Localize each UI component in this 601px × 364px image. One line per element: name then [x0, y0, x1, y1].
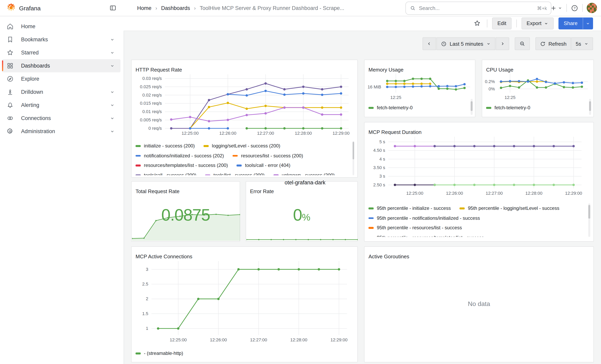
svg-text:0.005 req/s: 0.005 req/s: [140, 118, 162, 122]
sidebar-item-label: Explore: [21, 76, 39, 82]
help-button[interactable]: ?: [571, 4, 578, 12]
question-icon: ?: [571, 4, 578, 12]
time-shift-back-button[interactable]: [422, 37, 436, 50]
add-new-button[interactable]: [550, 5, 562, 11]
legend-item[interactable]: fetch-telemetry-0: [369, 105, 413, 111]
svg-text:12:28:00: 12:28:00: [295, 131, 312, 136]
legend-scrollbar[interactable]: [352, 142, 354, 159]
time-controls: Last 5 minutes Refresh 5s: [422, 37, 593, 50]
legend-item[interactable]: tools/call - success (200): [136, 172, 196, 176]
share-button[interactable]: Share: [559, 17, 583, 29]
panel-title[interactable]: MCP Active Connections: [136, 254, 192, 259]
breadcrumb-separator: ›: [194, 5, 196, 11]
sidebar-item-bookmarks[interactable]: Bookmarks: [0, 33, 124, 46]
legend-item[interactable]: resources/list - success (200): [233, 153, 303, 158]
gear-icon: [6, 128, 14, 135]
sidebar-item-administration[interactable]: Administration: [0, 125, 124, 138]
svg-text:3 s: 3 s: [379, 174, 385, 179]
legend-item[interactable]: tools/call - error (404): [237, 163, 290, 168]
sidebar-item-label: Bookmarks: [21, 37, 48, 42]
svg-text:1: 1: [146, 326, 148, 331]
user-avatar[interactable]: [587, 3, 597, 13]
legend-label: initialize - success (200): [144, 143, 195, 149]
panel-title[interactable]: Memory Usage: [369, 67, 403, 73]
panel-title[interactable]: HTTP Request Rate: [136, 67, 182, 73]
legend-scrollbar[interactable]: [588, 205, 590, 218]
sidebar-item-alerting[interactable]: Alerting: [0, 98, 124, 112]
panel-title[interactable]: CPU Usage: [486, 67, 513, 73]
time-shift-forward-button[interactable]: [495, 37, 509, 50]
top-header: Grafana Home › Dashboards › ToolHive MCP…: [0, 0, 601, 16]
sidebar-item-dashboards[interactable]: Dashboards: [2, 59, 120, 72]
legend-label: fetch-telemetry-0: [494, 105, 530, 111]
memory-usage-chart[interactable]: 16 MiB12:25: [364, 70, 475, 103]
breadcrumb-home[interactable]: Home: [137, 5, 151, 11]
svg-text:12:29:00: 12:29:00: [331, 337, 348, 342]
sidebar-item-explore[interactable]: Explore: [0, 72, 124, 85]
svg-text:12:25:00: 12:25:00: [182, 131, 199, 136]
sidebar-item-home[interactable]: Home: [0, 20, 124, 33]
legend-item[interactable]: 95th percentile - resources/list - succe…: [369, 225, 462, 231]
sidebar-item-starred[interactable]: Starred: [0, 46, 124, 59]
star-icon: [473, 20, 481, 27]
share-dropdown-button[interactable]: [583, 17, 593, 29]
bookmark-icon: [6, 36, 14, 43]
mcp-active-connections-chart[interactable]: 32.521.5112:25:0012:26:0012:27:0012:28:0…: [131, 257, 357, 351]
panel-title[interactable]: Total Request Rate: [136, 188, 180, 194]
header-actions: ?: [550, 0, 597, 16]
panel-title[interactable]: Error Rate: [250, 188, 274, 194]
legend-item[interactable]: unknown - success (200): [273, 172, 335, 176]
dashboard-toolbar: Edit Export Share: [124, 16, 601, 31]
panel-cpu-usage: CPU Usage 0.2%0%12:25 fetch-telemetry-0: [482, 59, 594, 117]
export-button[interactable]: Export: [521, 17, 554, 29]
legend-scrollbar[interactable]: [471, 101, 473, 111]
legend-item[interactable]: 95th percentile - initialize - success: [369, 206, 451, 211]
cpu-usage-chart[interactable]: 0.2%0%12:25: [482, 70, 593, 103]
zoom-out-button[interactable]: [515, 37, 530, 50]
edit-button[interactable]: Edit: [492, 17, 511, 29]
grafana-logo-icon[interactable]: [6, 3, 16, 13]
chevron-down-icon: [110, 50, 115, 55]
svg-text:2.50 s: 2.50 s: [373, 182, 385, 187]
svg-text:12:27:00: 12:27:00: [486, 191, 503, 196]
legend-scrollbar[interactable]: [589, 101, 591, 111]
chevron-left-icon: [427, 41, 432, 46]
legend-item[interactable]: tools/list - success (200): [205, 172, 265, 176]
panel-total-request-rate: Total Request Rate 0.0875: [131, 181, 240, 242]
legend-item[interactable]: 95th percentile - notifications/initiali…: [369, 215, 480, 221]
legend-item[interactable]: - (streamable-http): [136, 351, 183, 356]
compass-icon: [6, 75, 14, 83]
search-input[interactable]: Search... ⌘+k: [405, 2, 551, 15]
search-shortcut: ⌘+k: [537, 5, 547, 11]
panel-title[interactable]: MCP Request Duration: [369, 129, 421, 135]
refresh-label: Refresh: [548, 41, 566, 47]
svg-text:12:29:00: 12:29:00: [565, 191, 582, 196]
star-dashboard-button[interactable]: [472, 18, 482, 29]
refresh-interval-picker[interactable]: 5s: [571, 37, 593, 50]
chevron-down-icon: [585, 21, 590, 26]
svg-text:12:26:00: 12:26:00: [446, 191, 463, 196]
time-range-picker[interactable]: Last 5 minutes: [436, 37, 495, 50]
time-range-group: Last 5 minutes: [422, 37, 509, 50]
http-request-rate-chart[interactable]: 0.03 req/s0.025 req/s0.02 req/s0.015 req…: [131, 70, 357, 139]
panel-title[interactable]: Active Goroutines: [369, 254, 409, 259]
sidebar-item-drilldown[interactable]: Drilldown: [0, 85, 124, 98]
legend-item[interactable]: resources/templates/list - success (200): [136, 163, 228, 168]
legend-item[interactable]: 95th percentile - logging/setLevel - suc…: [460, 206, 559, 211]
legend-item[interactable]: fetch-telemetry-0: [486, 105, 530, 111]
legend-item[interactable]: notifications/initialized - success (202…: [136, 153, 224, 158]
legend-item[interactable]: logging/setLevel - success (200): [203, 143, 280, 149]
legend-item[interactable]: initialize - success (200): [136, 143, 195, 149]
legend-label: tools/call - success (200): [144, 172, 196, 176]
sidebar-item-label: Drilldown: [21, 89, 43, 95]
panel-mcp-request-duration: MCP Request Duration 5 s4.50 s4 s3.50 s3…: [364, 122, 594, 242]
mcp-request-duration-chart[interactable]: 5 s4.50 s4 s3.50 s3 s2.50 s12:25:0012:26…: [364, 133, 593, 203]
svg-text:12:26:00: 12:26:00: [220, 131, 237, 136]
svg-text:0.03 req/s: 0.03 req/s: [142, 76, 162, 81]
dock-sidebar-icon[interactable]: [108, 3, 118, 13]
sidebar-item-label: Home: [21, 23, 35, 30]
refresh-button[interactable]: Refresh: [535, 37, 571, 50]
sidebar-item-connections[interactable]: Connections: [0, 112, 124, 125]
breadcrumb-dashboards[interactable]: Dashboards: [161, 5, 190, 11]
legend-item[interactable]: 95th percentile - resources/templates/li…: [369, 235, 484, 237]
